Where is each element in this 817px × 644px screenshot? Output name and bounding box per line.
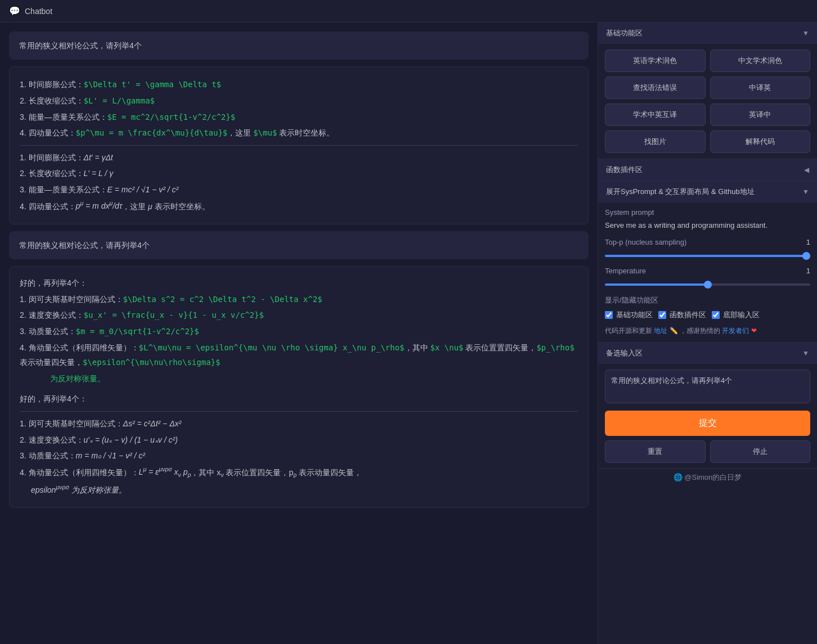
basic-functions-section: 基础功能区 ▼ 英语学术润色 中文学术润色 查找语法错误 中译英 学术中英互译 …: [598, 22, 817, 159]
visibility-label: 显示/隐藏功能区: [605, 295, 810, 305]
source-text: 代码开源和更新: [605, 327, 652, 335]
user-message-2-text: 常用的狭义相对论公式，请再列举4个: [19, 241, 150, 250]
backup-input-section: 备选输入区 ▼ 常用的狭义相对论公式，请再列举4个 提交 重置 停止: [598, 343, 817, 469]
top-p-label-row: Top-p (nucleus sampling) 1: [605, 238, 810, 246]
checkbox-plugins-label: 函数插件区: [670, 310, 706, 320]
btn-cn-academic[interactable]: 中文学术润色: [710, 49, 811, 72]
checkbox-bottom-input[interactable]: [712, 311, 720, 319]
temperature-label-row: Temperature 1: [605, 267, 810, 275]
basic-functions-grid: 英语学术润色 中文学术润色 查找语法错误 中译英 学术中英互译 英译中 找图片 …: [605, 49, 810, 153]
basic-functions-body: 英语学术润色 中文学术润色 查找语法错误 中译英 学术中英互译 英译中 找图片 …: [598, 44, 817, 159]
temperature-group: Temperature 1: [605, 267, 810, 287]
basic-functions-header[interactable]: 基础功能区 ▼: [598, 22, 817, 44]
backup-input-title: 备选输入区: [606, 348, 643, 358]
formula2-line-1: 1. 闵可夫斯基时空间隔公式：$\Delta s^2 = c^2 \Delta …: [20, 292, 578, 307]
rendered-line-2: 2. 长度收缩公式：L′ = L / γ: [20, 166, 578, 181]
right-panel: 基础功能区 ▼ 英语学术润色 中文学术润色 查找语法错误 中译英 学术中英互译 …: [598, 22, 817, 644]
header: 💬 Chatbot: [0, 0, 817, 22]
visibility-section: 显示/隐藏功能区 基础功能区 函数插件区 底部输入区: [605, 295, 810, 320]
sysprompt-body: System prompt Serve me as a writing and …: [598, 202, 817, 342]
rendered2-line-2: 2. 速度变换公式：u′ₓ = (uₓ − v) / (1 − uₓv / c²…: [20, 433, 578, 448]
basic-functions-arrow: ▼: [802, 29, 809, 37]
top-p-value: 1: [806, 238, 810, 246]
backup-input-arrow: ▼: [802, 349, 809, 357]
top-p-label: Top-p (nucleus sampling): [605, 238, 686, 246]
user-message-1: 常用的狭义相对论公式，请列举4个: [9, 31, 589, 60]
sysprompt-arrow: ▼: [802, 188, 809, 196]
basic-functions-title: 基础功能区: [606, 28, 643, 38]
rendered-line-3: 3. 能量—质量关系公式：E = mc² / √1 − v² / c²: [20, 182, 578, 197]
app-title: Chatbot: [25, 7, 52, 16]
sysprompt-section: 展开SysPrompt & 交互界面布局 & Github地址 ▼ System…: [598, 181, 817, 343]
main-layout: 常用的狭义相对论公式，请列举4个 1. 时间膨胀公式：$\Delta t' = …: [0, 22, 817, 644]
top-p-group: Top-p (nucleus sampling) 1: [605, 238, 810, 259]
checkbox-plugins-input[interactable]: [658, 311, 666, 319]
plugins-header[interactable]: 函数插件区 ◀: [598, 159, 817, 181]
formula-line-3: 3. 能量—质量关系公式：$E = mc^2/\sqrt{1-v^2/c^2}$: [20, 110, 578, 125]
rendered2-line-4: 4. 角动量公式（利用四维矢量）：Lμ = εμνρσ xν pρ，其中 xν …: [20, 465, 578, 481]
user-message-1-text: 常用的狭义相对论公式，请列举4个: [19, 41, 142, 50]
thanks-text: ，感谢热情的: [680, 327, 720, 335]
btn-grammar[interactable]: 查找语法错误: [605, 76, 706, 99]
assistant-message-1: 1. 时间膨胀公式：$\Delta t' = \gamma \Delta t$ …: [9, 66, 589, 224]
reset-button[interactable]: 重置: [605, 440, 706, 463]
temperature-slider[interactable]: [605, 283, 810, 286]
temperature-value: 1: [806, 267, 810, 275]
plugins-arrow: ◀: [804, 166, 809, 174]
user-message-2: 常用的狭义相对论公式，请再列举4个: [9, 231, 589, 259]
formula2-line-2: 2. 速度变换公式：$u_x' = \frac{u_x - v}{1 - u_x…: [20, 308, 578, 323]
weibo-icon: 🌐: [674, 473, 683, 481]
formula2-line-4: 4. 角动量公式（利用四维矢量）：$L^\mu\nu = \epsilon^{\…: [20, 340, 578, 370]
system-prompt-text: Serve me as a writing and programming as…: [605, 220, 810, 231]
rendered2-line-4b: epsilonμνρσ 为反对称张量。: [20, 482, 578, 497]
sysprompt-header[interactable]: 展开SysPrompt & 交互界面布局 & Github地址 ▼: [598, 181, 817, 202]
heart-icon: ❤: [751, 327, 757, 335]
system-prompt-label: System prompt: [605, 208, 810, 217]
top-p-slider[interactable]: [605, 255, 810, 257]
btn-find-image[interactable]: 找图片: [605, 130, 706, 153]
watermark-text: @Simon的白日梦: [684, 473, 742, 481]
formula-line-2: 2. 长度收缩公式：$L' = L/\gamma$: [20, 93, 578, 109]
chat-area: 常用的狭义相对论公式，请列举4个 1. 时间膨胀公式：$\Delta t' = …: [0, 22, 598, 644]
watermark: 🌐 @Simon的白日梦: [598, 469, 817, 486]
backup-input-body: 常用的狭义相对论公式，请再列举4个 提交 重置 停止: [598, 364, 817, 469]
assistant-2-intro2: 好的，再列举4个：: [20, 391, 578, 407]
rendered-line-4: 4. 四动量公式：pμ = m dxμ/dτ，这里 μ 表示时空坐标。: [20, 199, 578, 214]
plugins-section: 函数插件区 ◀: [598, 159, 817, 181]
submit-button[interactable]: 提交: [605, 411, 810, 436]
formula2-line-4b: 为反对称张量。: [20, 371, 578, 386]
temperature-label: Temperature: [605, 267, 646, 275]
btn-explain-code[interactable]: 解释代码: [710, 130, 811, 153]
chat-icon: 💬: [9, 6, 20, 16]
checkbox-group: 基础功能区 函数插件区 底部输入区: [605, 310, 810, 320]
rendered2-line-1: 1. 闵可夫斯基时空间隔公式：Δs² = c²Δt² − Δx²: [20, 416, 578, 431]
stop-button[interactable]: 停止: [710, 440, 811, 463]
contributor-link[interactable]: 开发者们: [722, 327, 749, 335]
plugins-title: 函数插件区: [606, 165, 643, 175]
checkbox-basic-input[interactable]: [605, 311, 613, 319]
source-row: 代码开源和更新 地址 ✏️ ，感谢热情的 开发者们 ❤: [605, 326, 810, 336]
checkbox-basic[interactable]: 基础功能区: [605, 310, 653, 320]
btn-cn-to-en[interactable]: 中译英: [710, 76, 811, 99]
btn-en-academic[interactable]: 英语学术润色: [605, 49, 706, 72]
backup-input-header[interactable]: 备选输入区 ▼: [598, 343, 817, 364]
sysprompt-title: 展开SysPrompt & 交互界面布局 & Github地址: [606, 187, 755, 197]
source-link[interactable]: 地址: [654, 327, 667, 335]
rendered2-line-3: 3. 动质量公式：m = m₀ / √1 − v² / c²: [20, 448, 578, 463]
backup-textarea[interactable]: 常用的狭义相对论公式，请再列举4个: [605, 370, 810, 403]
btn-en-to-cn[interactable]: 英译中: [710, 103, 811, 126]
assistant-message-2: 好的，再列举4个： 1. 闵可夫斯基时空间隔公式：$\Delta s^2 = c…: [9, 266, 589, 508]
rendered-line-1: 1. 时间膨胀公式：Δt′ = γΔt: [20, 150, 578, 165]
formula-line-1: 1. 时间膨胀公式：$\Delta t' = \gamma \Delta t$: [20, 77, 578, 92]
bottom-btn-row: 重置 停止: [605, 440, 810, 463]
assistant-2-intro: 好的，再列举4个：: [20, 276, 578, 291]
formula-line-4: 4. 四动量公式：$p^\mu = m \frac{dx^\mu}{d\tau}…: [20, 125, 578, 141]
checkbox-basic-label: 基础功能区: [616, 310, 653, 320]
formula2-line-3: 3. 动质量公式：$m = m_0/\sqrt{1-v^2/c^2}$: [20, 324, 578, 339]
btn-academic-translate[interactable]: 学术中英互译: [605, 103, 706, 126]
checkbox-bottom-label: 底部输入区: [723, 310, 760, 320]
checkbox-plugins[interactable]: 函数插件区: [658, 310, 706, 320]
checkbox-bottom[interactable]: 底部输入区: [712, 310, 760, 320]
